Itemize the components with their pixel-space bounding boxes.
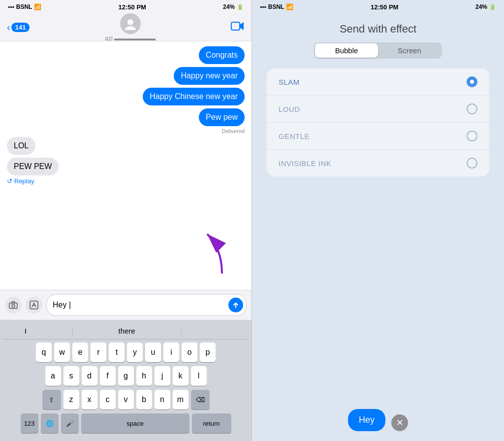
effect-loud-label: LOUD bbox=[279, 105, 300, 113]
message-bubble-pewpew-received: PEW PEW bbox=[7, 158, 59, 175]
key-r[interactable]: r bbox=[91, 342, 106, 362]
keyboard-row-1: q w e r t y u i o p bbox=[2, 342, 250, 362]
status-bar-left: ▪▪▪ BSNL 📶 12:50 PM 24% 🔋 bbox=[0, 0, 252, 14]
signal-icon: ▪▪▪ bbox=[8, 3, 14, 10]
nav-bar: ‹ 141 azi ▬▬▬▬▬▬▬ bbox=[0, 14, 252, 41]
key-o[interactable]: o bbox=[182, 342, 197, 362]
key-microphone[interactable]: 🎤 bbox=[61, 413, 79, 433]
battery-left: 24% 🔋 bbox=[223, 3, 244, 10]
key-u[interactable]: u bbox=[145, 342, 161, 362]
suggestion-3[interactable] bbox=[217, 326, 237, 336]
suggestion-1[interactable]: I bbox=[15, 326, 36, 336]
input-bar: Hey | bbox=[0, 290, 252, 320]
key-z[interactable]: z bbox=[63, 390, 79, 409]
status-bar-right: ▪▪▪ BSNL 📶 12:50 PM 24% 🔋 bbox=[252, 0, 504, 14]
keyboard-row-4: 123 🌐 🎤 space return bbox=[2, 413, 250, 433]
key-q[interactable]: q bbox=[36, 342, 52, 362]
chat-area: Congrats Happy new year Happy Chinese ne… bbox=[0, 41, 252, 290]
key-x[interactable]: x bbox=[82, 390, 97, 409]
effect-loud-radio[interactable] bbox=[467, 103, 477, 114]
replay-button[interactable]: ↺ Replay bbox=[7, 177, 34, 185]
keyboard: I | there | q w e r t y u i o p a s d f … bbox=[0, 320, 252, 441]
key-l[interactable]: l bbox=[191, 366, 207, 386]
effect-invisible-ink-radio[interactable] bbox=[467, 158, 477, 169]
camera-button[interactable] bbox=[5, 297, 22, 313]
back-button[interactable]: ‹ 141 bbox=[7, 22, 30, 33]
effect-slam-label: SLAM bbox=[279, 78, 300, 86]
key-c[interactable]: c bbox=[100, 390, 116, 409]
key-e[interactable]: e bbox=[72, 342, 88, 362]
svg-point-0 bbox=[127, 19, 133, 25]
tab-bubble[interactable]: Bubble bbox=[315, 43, 378, 58]
effect-slam[interactable]: SLAM bbox=[267, 68, 489, 96]
suggestion-2[interactable]: there bbox=[108, 326, 145, 336]
back-badge[interactable]: 141 bbox=[11, 23, 30, 32]
key-g[interactable]: g bbox=[118, 366, 134, 386]
svg-rect-6 bbox=[30, 301, 38, 309]
svg-point-1 bbox=[125, 26, 136, 30]
effect-gentle[interactable]: GENTLE bbox=[267, 123, 489, 150]
key-space[interactable]: space bbox=[81, 413, 189, 433]
keyboard-row-3: ⇧ z x c v b n m ⌫ bbox=[2, 390, 250, 409]
contact-info: azi ▬▬▬▬▬▬▬ bbox=[105, 13, 156, 42]
key-numbers[interactable]: 123 bbox=[21, 413, 38, 433]
effect-invisible-ink[interactable]: INVISIBLE INK bbox=[267, 150, 489, 176]
key-d[interactable]: d bbox=[82, 366, 97, 386]
key-a[interactable]: a bbox=[45, 366, 61, 386]
key-s[interactable]: s bbox=[63, 366, 79, 386]
key-j[interactable]: j bbox=[155, 366, 170, 386]
effect-invisible-ink-label: INVISIBLE INK bbox=[279, 159, 331, 168]
effect-tabs: Bubble Screen bbox=[314, 42, 442, 59]
send-button[interactable] bbox=[228, 298, 243, 312]
wifi-icon-right: 📶 bbox=[286, 3, 293, 10]
key-globe[interactable]: 🌐 bbox=[41, 413, 59, 433]
carrier-signal-right: ▪▪▪ BSNL 📶 bbox=[260, 3, 293, 10]
key-t[interactable]: t bbox=[109, 342, 125, 362]
key-h[interactable]: h bbox=[136, 366, 152, 386]
svg-rect-5 bbox=[12, 302, 15, 303]
key-v[interactable]: v bbox=[118, 390, 134, 409]
key-i[interactable]: i bbox=[163, 342, 179, 362]
app-store-button[interactable] bbox=[26, 297, 42, 313]
svg-rect-2 bbox=[231, 22, 240, 30]
signal-icon-right: ▪▪▪ bbox=[260, 3, 266, 10]
key-return[interactable]: return bbox=[192, 413, 231, 433]
message-input-wrap[interactable]: Hey | bbox=[46, 294, 247, 316]
message-bubble-chinese-new-year: Happy Chinese new year bbox=[143, 88, 245, 105]
key-y[interactable]: y bbox=[127, 342, 143, 362]
delivered-status: Delivered bbox=[222, 128, 245, 134]
effect-gentle-radio[interactable] bbox=[467, 131, 477, 141]
effect-preview-area: Hey ✕ bbox=[252, 176, 504, 441]
key-m[interactable]: m bbox=[173, 390, 189, 409]
avatar[interactable] bbox=[120, 13, 141, 34]
contact-name: azi ▬▬▬▬▬▬▬ bbox=[105, 35, 156, 42]
battery-percent-right: 24% bbox=[475, 3, 487, 10]
effect-panel-title: Send with effect bbox=[252, 14, 504, 42]
key-f[interactable]: f bbox=[100, 366, 116, 386]
key-w[interactable]: w bbox=[54, 342, 70, 362]
key-k[interactable]: k bbox=[173, 366, 189, 386]
carrier-signal-left: ▪▪▪ BSNL 📶 bbox=[8, 3, 41, 10]
effect-list: SLAM LOUD GENTLE INVISIBLE INK bbox=[267, 68, 489, 176]
suggestion-separator-1: | bbox=[62, 326, 83, 336]
key-backspace[interactable]: ⌫ bbox=[191, 390, 210, 409]
chevron-left-icon: ‹ bbox=[7, 22, 10, 33]
send-with-effect-panel: ▪▪▪ BSNL 📶 12:50 PM 24% 🔋 Send with effe… bbox=[252, 0, 504, 441]
message-bubble-happy-new-year: Happy new year bbox=[174, 67, 245, 85]
effect-loud[interactable]: LOUD bbox=[267, 96, 489, 123]
carrier-name: BSNL bbox=[16, 3, 32, 10]
key-p[interactable]: p bbox=[200, 342, 216, 362]
key-n[interactable]: n bbox=[155, 390, 170, 409]
preview-close-button[interactable]: ✕ bbox=[391, 414, 408, 431]
preview-bubble: Hey bbox=[348, 409, 385, 431]
tab-screen[interactable]: Screen bbox=[378, 43, 441, 58]
key-shift[interactable]: ⇧ bbox=[42, 390, 61, 409]
carrier-name-right: BSNL bbox=[268, 3, 284, 10]
effect-slam-radio[interactable] bbox=[467, 76, 477, 87]
video-call-button[interactable] bbox=[231, 21, 245, 34]
imessage-panel: ▪▪▪ BSNL 📶 12:50 PM 24% 🔋 ‹ 141 azi ▬▬▬▬… bbox=[0, 0, 252, 441]
key-b[interactable]: b bbox=[136, 390, 152, 409]
message-bubble-pew-pew: Pew pew bbox=[199, 108, 245, 126]
message-input[interactable]: Hey | bbox=[53, 301, 225, 309]
time-left: 12:50 PM bbox=[119, 3, 146, 11]
